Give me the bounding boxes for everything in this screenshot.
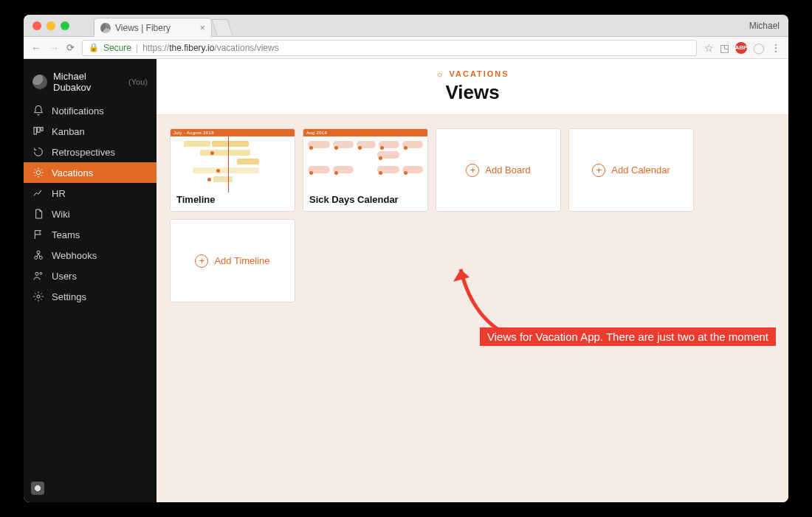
card-title: Timeline [176, 194, 216, 205]
svg-point-9 [37, 295, 40, 298]
sun-icon [32, 167, 44, 178]
sidebar-user[interactable]: Michael Dubakov (You) [24, 66, 156, 97]
card-header: Aug 2018 [303, 129, 427, 136]
sidebar-item-users[interactable]: Users [24, 266, 156, 286]
sidebar-item-label: Webhooks [52, 250, 97, 261]
fibery-favicon-icon [100, 23, 111, 33]
add-timeline-button[interactable]: + Add Timeline [170, 219, 295, 302]
chrome-menu-icon[interactable]: ⋮ [771, 42, 781, 54]
retro-icon [32, 146, 44, 158]
address-bar: ← → ⟳ 🔒 Secure | https://the.fibery.io/v… [24, 37, 788, 59]
sidebar-item-label: Settings [52, 291, 86, 302]
sidebar-item-retrospectives[interactable]: Retrospectives [24, 142, 156, 162]
sidebar-item-wiki[interactable]: Wiki [24, 204, 156, 224]
header-app-label: ☼ VACATIONS [436, 69, 509, 78]
svg-point-7 [35, 272, 38, 275]
sidebar-item-label: Teams [52, 229, 80, 240]
extension-icon[interactable]: ◳ [720, 42, 729, 54]
chrome-profile-button[interactable]: Michael [749, 15, 780, 37]
close-tab-icon[interactable]: × [199, 22, 205, 33]
add-calendar-button[interactable]: + Add Calendar [568, 128, 694, 212]
add-timeline-label: Add Timeline [214, 255, 269, 266]
svg-point-8 [40, 272, 42, 274]
forward-button: → [49, 42, 59, 54]
views-grid: July - August 2018 Timeline Aug 2018 [156, 115, 788, 316]
user-you-label: (You) [128, 77, 148, 86]
traffic-lights [32, 21, 69, 30]
sun-icon: ☼ [436, 69, 444, 78]
app-root: Michael Dubakov (You) Notifications Kanb… [24, 59, 788, 502]
close-window-icon[interactable] [32, 21, 41, 30]
users-icon [32, 270, 44, 282]
sidebar-item-label: Vacations [52, 167, 93, 178]
view-card-timeline[interactable]: July - August 2018 Timeline [170, 128, 295, 212]
add-calendar-label: Add Calendar [611, 164, 670, 176]
plus-circle-icon: + [195, 254, 208, 268]
svg-rect-1 [38, 128, 40, 133]
adblock-icon[interactable]: ABP [735, 42, 747, 54]
annotation-label: Views for Vacation App. There are just t… [480, 327, 776, 346]
svg-point-3 [36, 170, 40, 174]
sidebar-nav: Notifications Kanban Retrospectives Vaca… [24, 100, 156, 307]
back-button[interactable]: ← [31, 42, 41, 54]
sidebar-item-label: HR [52, 188, 66, 199]
header-app-label-text: VACATIONS [449, 69, 509, 78]
sidebar-item-vacations[interactable]: Vacations [24, 162, 156, 183]
calendar-preview [303, 136, 427, 192]
sidebar-item-label: Wiki [52, 209, 70, 220]
sidebar-item-teams[interactable]: Teams [24, 224, 156, 245]
svg-rect-0 [34, 128, 36, 134]
sidebar: Michael Dubakov (You) Notifications Kanb… [24, 59, 156, 502]
page-header: ☼ VACATIONS Views [156, 59, 788, 115]
new-tab-button[interactable] [211, 19, 233, 35]
sidebar-item-kanban[interactable]: Kanban [24, 121, 156, 142]
extension-icons: ☆ ◳ ABP ◯ ⋮ [704, 42, 781, 54]
page-title: Views [156, 81, 788, 104]
plus-circle-icon: + [592, 164, 605, 177]
bookmark-star-icon[interactable]: ☆ [704, 42, 714, 54]
sidebar-item-label: Retrospectives [52, 147, 115, 158]
minimize-window-icon[interactable] [47, 21, 55, 30]
flag-icon [32, 229, 44, 240]
browser-tab[interactable]: Views | Fibery × [94, 18, 212, 37]
extension-icon[interactable]: ◯ [753, 42, 765, 54]
url-text: https://the.fibery.io/vacations/views [142, 43, 279, 53]
add-board-button[interactable]: + Add Board [436, 128, 561, 212]
sidebar-item-label: Users [52, 271, 77, 282]
tab-title: Views | Fibery [115, 23, 171, 33]
browser-window: Views | Fibery × Michael ← → ⟳ 🔒 Secure … [24, 15, 788, 502]
maximize-window-icon[interactable] [61, 21, 69, 30]
omnibox[interactable]: 🔒 Secure | https://the.fibery.io/vacatio… [82, 40, 697, 56]
bell-icon [32, 105, 44, 117]
card-title: Sick Days Calendar [309, 194, 399, 205]
window-titlebar: Views | Fibery × Michael [24, 15, 788, 37]
add-board-label: Add Board [485, 164, 530, 176]
document-icon [32, 208, 44, 220]
content-area: ☼ VACATIONS Views July - August 2018 [156, 59, 788, 502]
fibery-logo-icon[interactable] [31, 482, 44, 495]
secure-label: Secure [103, 43, 131, 53]
sidebar-footer [24, 474, 156, 502]
user-name: Michael Dubakov [53, 71, 123, 93]
svg-rect-2 [41, 128, 43, 131]
sidebar-item-label: Notifications [52, 105, 104, 117]
gear-icon [32, 291, 44, 302]
sidebar-item-webhooks[interactable]: Webhooks [24, 245, 156, 266]
view-card-sick-days[interactable]: Aug 2018 Sick Days Calendar [303, 128, 428, 212]
card-header: July - August 2018 [171, 129, 295, 136]
avatar [32, 74, 47, 89]
plus-circle-icon: + [466, 164, 479, 177]
lock-icon: 🔒 [89, 43, 99, 52]
sidebar-item-notifications[interactable]: Notifications [24, 100, 156, 121]
chart-line-icon [32, 187, 44, 199]
reload-button[interactable]: ⟳ [66, 42, 75, 53]
kanban-icon [32, 125, 44, 137]
timeline-preview [171, 136, 295, 192]
sidebar-item-hr[interactable]: HR [24, 183, 156, 204]
sidebar-item-label: Kanban [52, 126, 85, 137]
webhook-icon [32, 249, 44, 261]
sidebar-item-settings[interactable]: Settings [24, 286, 156, 307]
